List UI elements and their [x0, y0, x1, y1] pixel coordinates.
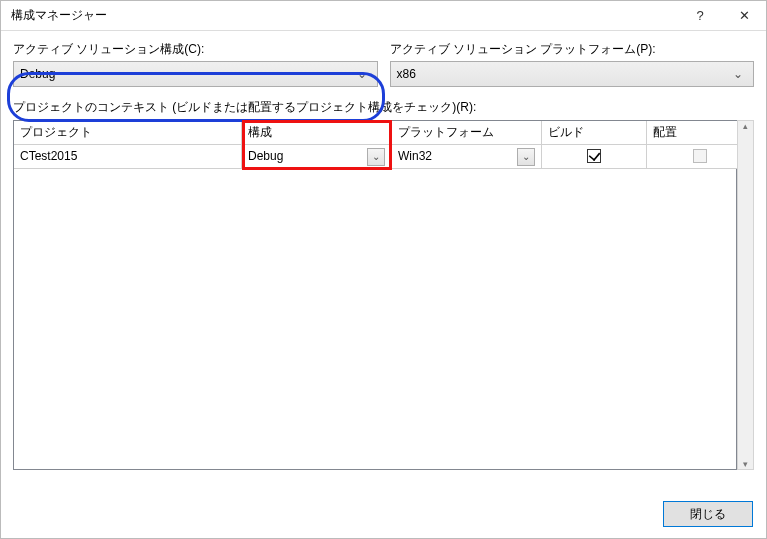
chevron-down-icon: ⌄ — [367, 148, 385, 166]
column-header-project[interactable]: プロジェクト — [14, 121, 242, 145]
help-button[interactable]: ? — [678, 1, 722, 31]
cell-platform-dropdown[interactable]: Win32 ⌄ — [392, 145, 542, 169]
scroll-down-icon: ▾ — [743, 459, 748, 469]
active-platform-dropdown[interactable]: x86 ⌄ — [390, 61, 755, 87]
titlebar: 構成マネージャー ? ✕ — [1, 1, 766, 31]
cell-project[interactable]: CTest2015 — [14, 145, 242, 169]
close-button[interactable]: 閉じる — [663, 501, 753, 527]
active-platform-label: アクティブ ソリューション プラットフォーム(P): — [390, 41, 755, 58]
active-config-field: アクティブ ソリューション構成(C): Debug ⌄ — [13, 41, 378, 87]
dialog-content: アクティブ ソリューション構成(C): Debug ⌄ アクティブ ソリューショ… — [1, 31, 766, 482]
cell-config-value: Debug — [248, 145, 367, 168]
column-header-config[interactable]: 構成 — [242, 121, 392, 145]
column-header-build[interactable]: ビルド — [542, 121, 647, 145]
deploy-checkbox — [693, 149, 707, 163]
build-checkbox[interactable] — [587, 149, 601, 163]
project-context-label: プロジェクトのコンテキスト (ビルドまたは配置するプロジェクト構成をチェック)(… — [13, 99, 754, 116]
active-config-value: Debug — [20, 67, 353, 81]
chevron-down-icon: ⌄ — [729, 67, 747, 81]
column-header-platform[interactable]: プラットフォーム — [392, 121, 542, 145]
chevron-down-icon: ⌄ — [353, 67, 371, 81]
vertical-scrollbar[interactable]: ▴ ▾ — [737, 120, 754, 470]
window-title: 構成マネージャー — [11, 7, 678, 24]
chevron-down-icon: ⌄ — [517, 148, 535, 166]
cell-platform-value: Win32 — [398, 145, 517, 168]
close-window-button[interactable]: ✕ — [722, 1, 766, 31]
scroll-up-icon: ▴ — [743, 121, 748, 131]
cell-build[interactable] — [542, 145, 647, 169]
active-config-dropdown[interactable]: Debug ⌄ — [13, 61, 378, 87]
project-context-grid: プロジェクト 構成 プラットフォーム ビルド 配置 CTest2015 Debu… — [13, 120, 737, 470]
close-button-label: 閉じる — [690, 506, 726, 523]
cell-config-dropdown[interactable]: Debug ⌄ — [242, 145, 392, 169]
active-platform-value: x86 — [397, 67, 730, 81]
active-platform-field: アクティブ ソリューション プラットフォーム(P): x86 ⌄ — [390, 41, 755, 87]
active-config-label: アクティブ ソリューション構成(C): — [13, 41, 378, 58]
